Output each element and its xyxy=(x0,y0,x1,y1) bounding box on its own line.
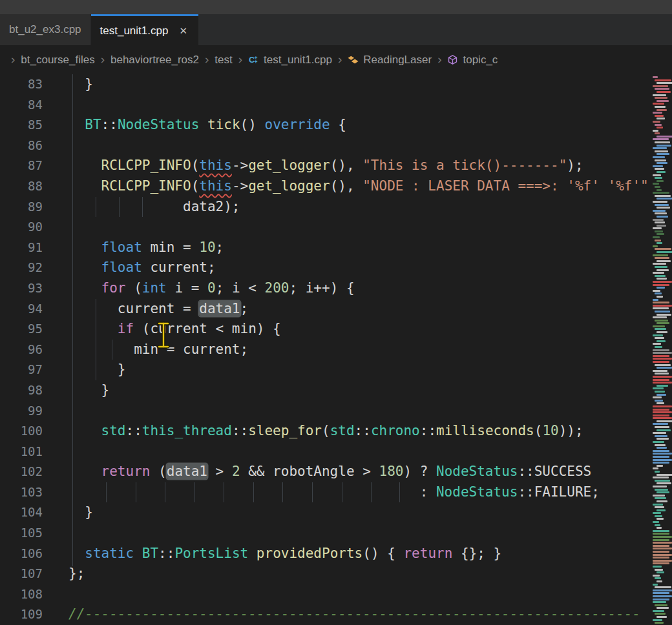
code-token: get_logger xyxy=(248,158,330,173)
breadcrumb-item-bt_course_files[interactable]: bt_course_files xyxy=(21,54,94,67)
code-token: :: xyxy=(232,423,248,438)
minimap-code-mark xyxy=(653,361,669,363)
minimap-code-mark xyxy=(653,165,663,167)
code-line[interactable]: 89 data2); xyxy=(0,197,650,218)
minimap-row xyxy=(653,361,672,363)
code-area[interactable]: 83 }8485 BT::NodeStatus tick() override … xyxy=(0,74,650,625)
code-token: RCLCPP_INFO xyxy=(101,158,191,173)
line-number: 104 xyxy=(0,502,43,523)
minimap-row xyxy=(653,482,672,484)
minimap-code-mark xyxy=(655,471,660,473)
minimap-code-mark xyxy=(653,379,669,381)
minimap-row xyxy=(653,204,672,206)
code-line[interactable]: 92 float current; xyxy=(0,258,650,278)
code-token xyxy=(68,117,85,132)
code-line[interactable]: 83 } xyxy=(0,74,650,95)
line-number: 90 xyxy=(0,217,43,238)
minimap-code-mark xyxy=(653,138,669,140)
minimap-row xyxy=(653,506,672,508)
code-token: data1 xyxy=(167,464,207,479)
code-token: (), xyxy=(330,178,363,194)
code-token: :: xyxy=(158,546,174,561)
code-text: } xyxy=(68,502,93,523)
tab-close-icon[interactable]: ✕ xyxy=(177,24,189,38)
minimap-code-mark xyxy=(655,266,667,268)
code-line[interactable]: 99 xyxy=(0,401,650,422)
tab-test_unit1-cpp[interactable]: test_unit1.cpp✕ xyxy=(91,14,198,45)
code-line[interactable]: 104 } xyxy=(0,502,650,523)
minimap-code-mark xyxy=(656,162,667,164)
code-token: :: xyxy=(126,423,142,438)
tab-label: test_unit1.cpp xyxy=(100,25,169,37)
code-token: //--------------------------------------… xyxy=(68,606,640,622)
code-line[interactable]: 95 if (current < min) { xyxy=(0,319,650,340)
code-line[interactable]: 87 RCLCPP_INFO(this->get_logger(), "This… xyxy=(0,156,650,176)
code-line[interactable]: 100 std::this_thread::sleep_for(std::chr… xyxy=(0,421,650,442)
minimap-code-mark xyxy=(656,278,667,280)
minimap-row xyxy=(653,314,672,316)
breadcrumb-item-topic_c[interactable]: topic_c xyxy=(447,54,498,67)
code-line[interactable]: 108 xyxy=(0,584,650,605)
minimap-row xyxy=(653,417,672,419)
code-line[interactable]: 106 static BT::PortsList providedPorts()… xyxy=(0,544,650,564)
minimap-code-mark xyxy=(655,159,666,161)
minimap-code-mark xyxy=(653,112,662,114)
code-line[interactable]: 94 current = data1; xyxy=(0,299,650,320)
code-line[interactable]: 109//-----------------------------------… xyxy=(0,604,650,625)
code-line[interactable]: 86 xyxy=(0,136,650,156)
code-line[interactable]: 107}; xyxy=(0,564,650,584)
minimap-row xyxy=(653,539,672,541)
minimap-code-mark xyxy=(655,275,666,277)
breadcrumb-item-ReadingLaser[interactable]: ReadingLaser xyxy=(348,54,432,67)
minimap-code-mark xyxy=(656,527,662,529)
code-token: std xyxy=(330,423,355,438)
minimap-code-mark xyxy=(653,536,672,538)
code-line[interactable]: 84 xyxy=(0,95,650,116)
code-line[interactable]: 88 RCLCPP_INFO(this->get_logger(), "NODE… xyxy=(0,176,650,197)
minimap-code-mark xyxy=(656,465,663,467)
minimap-row xyxy=(653,355,672,357)
minimap-code-mark xyxy=(655,132,660,134)
code-line[interactable]: 103 : NodeStatus::FAILURE; xyxy=(0,482,650,503)
minimap-row xyxy=(653,465,672,467)
breadcrumb-item-behaviortree_ros2[interactable]: behaviortree_ros2 xyxy=(110,54,199,67)
code-token: ::FAILURE; xyxy=(518,484,599,500)
minimap-code-mark xyxy=(653,227,662,229)
minimap[interactable] xyxy=(653,76,672,625)
minimap-code-mark xyxy=(653,219,664,221)
code-line[interactable]: 93 for (int i = 0; i < 200; i++) { xyxy=(0,278,650,299)
code-token: data2); xyxy=(68,199,240,214)
minimap-row xyxy=(653,610,672,612)
code-text: std::this_thread::sleep_for(std::chrono:… xyxy=(68,421,583,442)
minimap-code-mark xyxy=(653,94,666,96)
code-line[interactable]: 101 xyxy=(0,442,650,462)
minimap-code-mark xyxy=(653,382,672,384)
minimap-code-mark xyxy=(653,254,668,256)
minimap-code-mark xyxy=(653,183,659,185)
code-token: ::SUCCESS xyxy=(518,464,591,479)
code-line[interactable]: 97 } xyxy=(0,360,650,380)
code-editor[interactable]: 83 }8485 BT::NodeStatus tick() override … xyxy=(0,74,672,625)
code-token: get_logger xyxy=(248,178,330,194)
code-line[interactable]: 90 xyxy=(0,217,650,238)
minimap-code-mark xyxy=(653,352,672,354)
code-line[interactable]: 102 return (data1 > 2 && robotAngle > 18… xyxy=(0,462,650,482)
breadcrumb-item-test_unit1-cpp[interactable]: C++test_unit1.cpp xyxy=(248,54,332,67)
tab-bt_u2_ex3-cpp[interactable]: bt_u2_ex3.cpp xyxy=(0,14,91,45)
minimap-row xyxy=(653,225,672,227)
line-number: 102 xyxy=(0,462,43,482)
code-line[interactable]: 96 min = current; xyxy=(0,340,650,360)
minimap-code-mark xyxy=(653,423,668,425)
code-line[interactable]: 91 float min = 10; xyxy=(0,238,650,258)
minimap-code-mark xyxy=(656,127,663,128)
minimap-code-mark xyxy=(653,417,672,419)
window-top-strip xyxy=(0,0,672,14)
minimap-code-mark xyxy=(656,509,666,511)
breadcrumb-item-test[interactable]: test xyxy=(215,54,232,67)
minimap-row xyxy=(653,150,672,152)
code-line[interactable]: 105 xyxy=(0,523,650,544)
minimap-row xyxy=(653,394,672,396)
code-line[interactable]: 85 BT::NodeStatus tick() override { xyxy=(0,115,650,136)
minimap-row xyxy=(653,599,672,600)
code-line[interactable]: 98 } xyxy=(0,380,650,401)
